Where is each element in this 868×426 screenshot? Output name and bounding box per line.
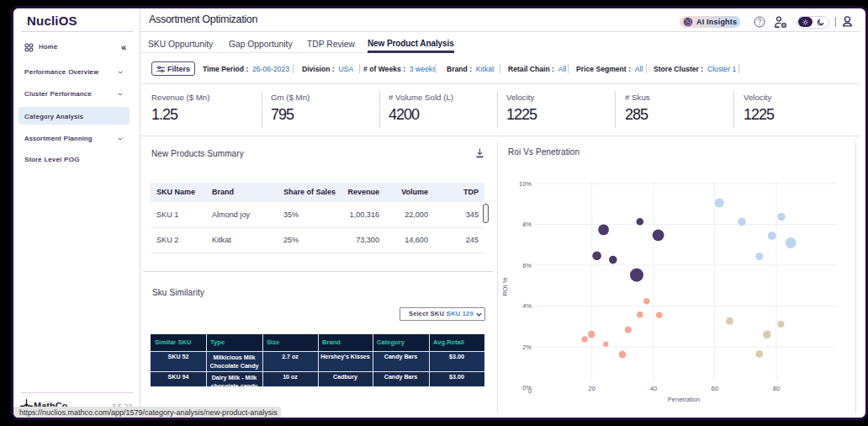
svg-text:2%: 2% [522, 343, 532, 351]
svg-text:ROI %: ROI % [501, 277, 509, 296]
svg-text:0: 0 [528, 387, 532, 395]
svg-text:20: 20 [589, 385, 595, 392]
svg-text:6%: 6% [522, 262, 532, 269]
svg-text:8%: 8% [522, 221, 532, 228]
svg-text:60: 60 [712, 385, 718, 392]
svg-text:80: 80 [773, 385, 780, 392]
svg-text:Penetration: Penetration [668, 396, 700, 403]
svg-text:10%: 10% [519, 180, 532, 188]
svg-text:4%: 4% [522, 302, 532, 310]
svg-text:Roi Vs Penetration: Roi Vs Penetration [508, 147, 580, 157]
svg-text:40: 40 [650, 385, 657, 392]
